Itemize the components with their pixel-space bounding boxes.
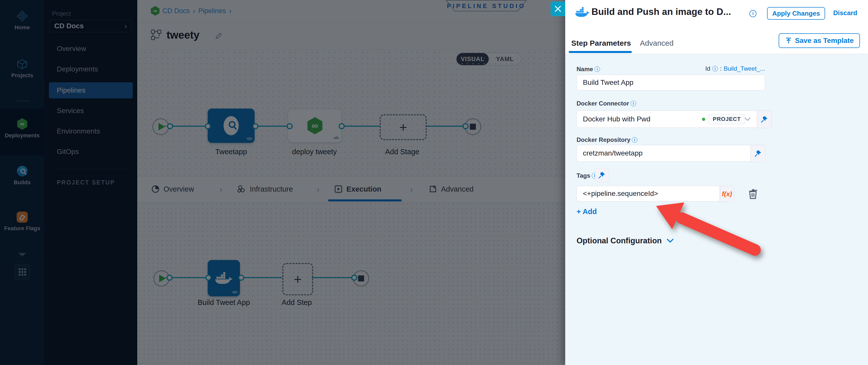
- connector-status-dot: [702, 118, 705, 121]
- node-port[interactable]: [205, 123, 211, 129]
- drawer-header: Build and Push an image to D... i Apply …: [565, 0, 868, 33]
- code-toggle-icon[interactable]: </>: [333, 135, 339, 141]
- sidebar-item-feature-flags[interactable]: Feature Flags: [0, 211, 44, 232]
- node-port[interactable]: [238, 275, 244, 281]
- stage-graph-canvas: </> ∞ </> +: [137, 50, 565, 176]
- sidebar-item-pipelines[interactable]: Pipelines: [57, 85, 86, 96]
- tab-step-parameters[interactable]: Step Parameters: [571, 39, 631, 48]
- sidebar-item-deployments[interactable]: ∞ Deployments: [0, 118, 44, 139]
- connector-line: [312, 277, 352, 278]
- annotation-arrow: [646, 195, 770, 258]
- tab-infrastructure[interactable]: Infrastructure: [237, 177, 293, 202]
- stage-label[interactable]: deploy tweety: [292, 148, 337, 156]
- add-tag-link[interactable]: + Add: [577, 208, 597, 216]
- edit-pencil-icon[interactable]: [215, 32, 223, 40]
- play-icon: [159, 275, 166, 282]
- stop-icon: [358, 275, 364, 281]
- project-selector[interactable]: CD Docs ›: [50, 20, 132, 32]
- sidebar-item-label: Builds: [0, 179, 44, 186]
- apply-changes-button[interactable]: Apply Changes: [767, 7, 825, 20]
- plus-icon: +: [399, 119, 407, 135]
- sidebar-item-label: Projects: [0, 72, 44, 79]
- step-id-value[interactable]: Build_Tweet_...: [724, 65, 765, 72]
- tab-overview[interactable]: Overview: [151, 177, 194, 202]
- step-label[interactable]: Add Step: [282, 298, 312, 307]
- project-module-icon: ∞: [151, 6, 159, 16]
- step-config-drawer: Build and Push an image to D... i Apply …: [565, 0, 868, 365]
- grid-icon: [18, 268, 27, 276]
- save-as-template-button[interactable]: Save as Template: [779, 33, 860, 48]
- stage-node-deploy-tweety[interactable]: ∞ </>: [288, 109, 342, 142]
- pin-icon: [761, 116, 768, 123]
- node-port[interactable]: [351, 275, 357, 281]
- sidebar-item-home[interactable]: Home: [0, 10, 44, 31]
- execution-tab-icon: [334, 185, 342, 193]
- add-stage-button[interactable]: +: [380, 114, 427, 140]
- sidebar-item-environments[interactable]: Environments: [57, 126, 100, 137]
- close-icon: [554, 5, 561, 12]
- node-port[interactable]: [463, 123, 469, 129]
- docker-repository-input[interactable]: [577, 145, 751, 161]
- pipeline-graph-icon: [150, 29, 162, 41]
- tab-advanced[interactable]: Advanced: [429, 177, 474, 202]
- sidebar-item-gitops[interactable]: GitOps: [57, 146, 79, 157]
- docker-connector-select[interactable]: Docker Hub with Pwd PROJECT: [577, 111, 757, 128]
- pipeline-start-node: [152, 118, 169, 135]
- pipeline-name: tweety: [166, 29, 199, 41]
- studio-canvas: ∞ CD Docs › Pipelines › PIPELINE STUDIO: [137, 0, 565, 365]
- name-input[interactable]: [577, 75, 765, 90]
- docker-repository-label: Docker Repository i: [577, 136, 638, 143]
- cd-stage-icon: ∞: [306, 116, 324, 136]
- sidebar-item-builds[interactable]: Builds: [0, 165, 44, 186]
- breadcrumb-separator: ›: [229, 6, 231, 15]
- sidebar-item-services[interactable]: Services: [57, 105, 84, 116]
- svg-text:∞: ∞: [20, 120, 24, 127]
- breadcrumb-pipelines[interactable]: Pipelines: [198, 7, 226, 15]
- code-toggle-icon[interactable]: </>: [232, 290, 238, 295]
- node-port[interactable]: [287, 123, 293, 129]
- info-icon[interactable]: i: [712, 66, 718, 71]
- breadcrumb-cd-docs[interactable]: CD Docs: [162, 7, 190, 15]
- step-label[interactable]: Build Tweet App: [197, 298, 250, 307]
- stage-node-tweetapp[interactable]: </>: [208, 109, 255, 143]
- discard-button[interactable]: Discard: [833, 9, 857, 17]
- rail-collapse-handle[interactable]: [15, 100, 29, 101]
- rail-more-chevron-icon[interactable]: [18, 252, 27, 257]
- repository-pin-button[interactable]: [750, 145, 766, 162]
- builds-icon: [16, 165, 28, 177]
- step-title: Build and Push an image to D...: [591, 6, 748, 17]
- connector-line: [255, 126, 289, 127]
- docker-icon: [575, 6, 589, 18]
- node-port[interactable]: [339, 123, 345, 129]
- node-port[interactable]: [167, 123, 173, 129]
- stage-label[interactable]: Tweetapp: [215, 148, 247, 156]
- project-setup-toggle[interactable]: PROJECT SETUP: [57, 179, 115, 186]
- info-icon[interactable]: i: [632, 137, 638, 143]
- step-node-build-tweet-app[interactable]: </>: [208, 260, 240, 296]
- tab-execution[interactable]: Execution: [334, 177, 381, 202]
- info-icon[interactable]: i: [749, 10, 756, 17]
- sidebar-item-projects[interactable]: Projects: [0, 58, 44, 79]
- tags-pin-button[interactable]: [595, 168, 609, 182]
- add-step-button[interactable]: +: [282, 263, 313, 295]
- info-icon[interactable]: i: [630, 101, 636, 106]
- connector-pin-button[interactable]: [757, 111, 772, 128]
- close-drawer-button[interactable]: [551, 1, 565, 16]
- sidebar-item-overview[interactable]: Overview: [57, 43, 86, 54]
- execution-graph-canvas: </> + Build Tweet App Add Step: [137, 202, 565, 365]
- infrastructure-tab-icon: [237, 185, 246, 193]
- home-icon: [16, 10, 28, 22]
- projects-icon: [16, 58, 28, 70]
- node-port[interactable]: [252, 123, 258, 129]
- module-switcher-button[interactable]: [15, 265, 30, 280]
- info-icon[interactable]: i: [594, 66, 600, 72]
- stage-config-tabs: Overview › Infrastructure ›: [137, 176, 565, 203]
- sidebar-item-deployments[interactable]: Deployments: [57, 64, 98, 75]
- tab-advanced[interactable]: Advanced: [640, 39, 674, 48]
- node-port[interactable]: [166, 275, 173, 281]
- stage-label[interactable]: Add Stage: [385, 148, 419, 156]
- upload-icon: [785, 37, 792, 44]
- tab-separator: ›: [219, 177, 222, 202]
- code-toggle-icon[interactable]: </>: [247, 136, 252, 141]
- node-port[interactable]: [206, 275, 212, 281]
